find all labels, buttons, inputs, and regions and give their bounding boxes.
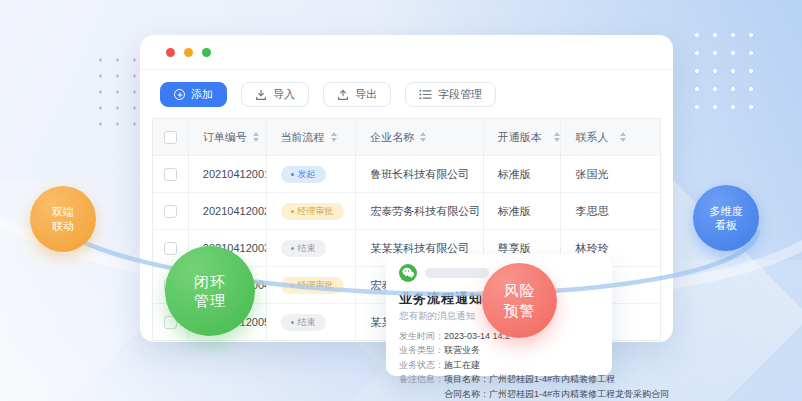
sort-icon[interactable] — [554, 132, 560, 142]
status-pill: 经理审批 — [281, 277, 344, 294]
feature-badge-risk-alert: 风险 预警 — [482, 263, 557, 338]
plus-circle-icon — [174, 89, 185, 100]
status-dot — [291, 247, 294, 250]
sender-placeholder — [425, 268, 489, 278]
window-titlebar — [140, 35, 673, 70]
sort-icon[interactable] — [331, 132, 337, 142]
notification-remark-line: 合同名称：广州碧桂园1-4#市内精装修工程龙骨采购合同 — [444, 387, 599, 401]
row-checkbox[interactable] — [164, 168, 177, 181]
notification-field: 业务类型：联营业务 — [399, 343, 599, 357]
notification-field: 备注信息：项目名称：广州碧桂园1-4#市内精装修工程 — [399, 372, 599, 386]
import-button-label: 导入 — [273, 87, 295, 102]
row-checkbox[interactable] — [164, 205, 177, 218]
status-dot — [291, 210, 294, 213]
column-header-status[interactable]: 当前流程 — [267, 119, 357, 155]
table-row: 20210412002 经理审批 宏泰劳务科技有限公司 标准版 李思思 — [153, 192, 660, 229]
notification-field: 业务状态：施工在建 — [399, 358, 599, 372]
column-header-version[interactable]: 开通版本 — [484, 119, 562, 155]
field-management-label: 字段管理 — [438, 87, 482, 102]
export-button[interactable]: 导出 — [323, 82, 391, 107]
dot-grid-decoration — [688, 26, 766, 122]
status-dot — [291, 173, 294, 176]
status-pill: 经理审批 — [281, 203, 344, 220]
column-header-contact[interactable]: 联系人 — [561, 119, 660, 155]
field-management-button[interactable]: 字段管理 — [405, 82, 496, 107]
company-cell: 鲁班长科技有限公司 — [356, 156, 483, 192]
toolbar: 添加 导入 导出 字段管理 — [140, 70, 673, 118]
export-button-label: 导出 — [355, 87, 377, 102]
status-pill: 发起 — [281, 166, 326, 183]
table-row: 20210412001 发起 鲁班长科技有限公司 标准版 张国光 — [153, 155, 660, 192]
add-button[interactable]: 添加 — [160, 82, 227, 107]
close-window-button[interactable] — [166, 48, 175, 57]
wechat-icon — [399, 264, 417, 282]
status-dot — [291, 321, 294, 324]
minimize-window-button[interactable] — [184, 48, 193, 57]
status-pill: 结束 — [281, 240, 326, 257]
status-pill: 结束 — [281, 314, 326, 331]
select-all-checkbox[interactable] — [164, 131, 177, 144]
feature-badge-closed-loop: 闭环 管理 — [165, 246, 255, 336]
order-number-cell: 20210412002 — [189, 193, 267, 229]
row-checkbox[interactable] — [164, 242, 177, 255]
marketing-scene: 添加 导入 导出 字段管理 — [0, 0, 802, 401]
sort-icon[interactable] — [420, 132, 426, 142]
add-button-label: 添加 — [191, 87, 213, 102]
contact-cell: 李思思 — [561, 193, 660, 229]
feature-badge-multi-board: 多维度 看板 — [693, 185, 759, 251]
zoom-window-button[interactable] — [202, 48, 211, 57]
import-button[interactable]: 导入 — [241, 82, 309, 107]
status-dot — [291, 284, 294, 287]
export-icon — [337, 89, 349, 101]
field-list-icon — [419, 89, 432, 100]
company-cell: 宏泰劳务科技有限公司 — [356, 193, 483, 229]
table-header-row: 订单编号 当前流程 企业名称 开通版本 联系人 — [153, 119, 660, 155]
contact-cell: 张国光 — [561, 156, 660, 192]
order-number-cell: 20210412001 — [189, 156, 267, 192]
version-cell: 标准版 — [484, 156, 562, 192]
feature-badge-dual-link: 双端 联动 — [30, 186, 96, 252]
sort-icon[interactable] — [253, 132, 259, 142]
sort-icon[interactable] — [620, 132, 626, 142]
column-header-order-no[interactable]: 订单编号 — [189, 119, 267, 155]
import-icon — [255, 89, 267, 101]
column-header-company[interactable]: 企业名称 — [356, 119, 483, 155]
version-cell: 标准版 — [484, 193, 562, 229]
